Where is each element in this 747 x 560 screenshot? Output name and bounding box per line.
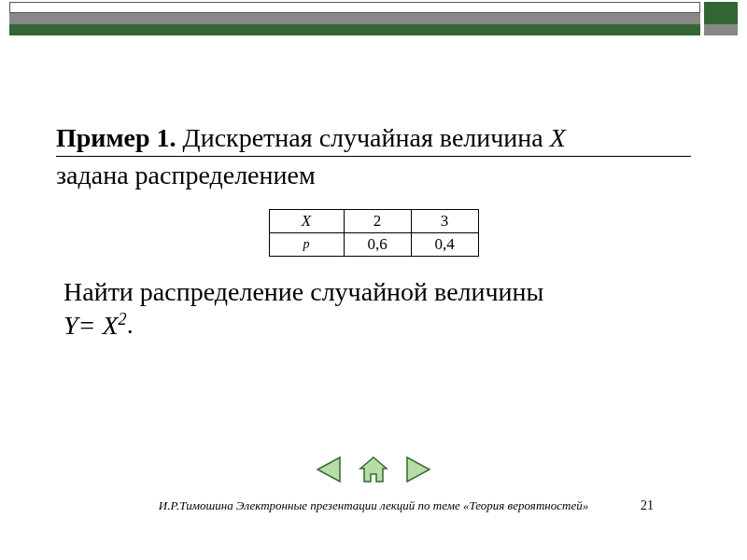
row-header-x: X xyxy=(269,210,344,233)
cell-p-0: 0,6 xyxy=(344,233,411,257)
prev-button[interactable] xyxy=(312,454,345,485)
footer-text: И.Р.Тимошина Электронные презентации лек… xyxy=(0,498,747,513)
decor-square-green xyxy=(704,2,738,24)
task-text: Найти распределение случайной величины Y… xyxy=(56,275,691,341)
task-prefix: Найти распределение случайной величины xyxy=(63,277,543,306)
title-line-2: задана распределением xyxy=(56,159,691,192)
home-icon xyxy=(357,454,390,485)
example-label: Пример 1. xyxy=(56,123,176,152)
task-equation: Y= X2 xyxy=(63,311,127,340)
row-header-p: p xyxy=(269,233,344,257)
svg-marker-1 xyxy=(360,457,387,482)
cell-x-0: 2 xyxy=(344,210,411,233)
arrow-left-icon xyxy=(312,454,345,485)
cell-p-1: 0,4 xyxy=(411,233,478,257)
distribution-table: X 2 3 p 0,6 0,4 xyxy=(269,209,479,257)
decor-square-grey xyxy=(704,24,738,35)
table-row: X 2 3 xyxy=(269,210,478,233)
page-number: 21 xyxy=(641,498,654,513)
nav-buttons xyxy=(0,454,747,485)
home-button[interactable] xyxy=(357,454,390,485)
title-line-1: Пример 1. Дискретная случайная величина … xyxy=(56,121,691,157)
svg-marker-2 xyxy=(407,457,430,482)
decor-bar-grey xyxy=(9,13,700,24)
table-row: p 0,6 0,4 xyxy=(269,233,478,257)
cell-x-1: 3 xyxy=(411,210,478,233)
decor-bar-green xyxy=(9,24,700,35)
arrow-right-icon xyxy=(402,454,435,485)
title-variable-x: X xyxy=(550,123,566,152)
next-button[interactable] xyxy=(402,454,435,485)
decor-bar-white xyxy=(9,2,700,13)
slide-content: Пример 1. Дискретная случайная величина … xyxy=(56,121,691,342)
svg-marker-0 xyxy=(317,457,340,482)
header-decoration xyxy=(0,0,747,37)
title-text-a: Дискретная случайная величина xyxy=(176,123,550,152)
task-suffix: . xyxy=(127,311,134,340)
